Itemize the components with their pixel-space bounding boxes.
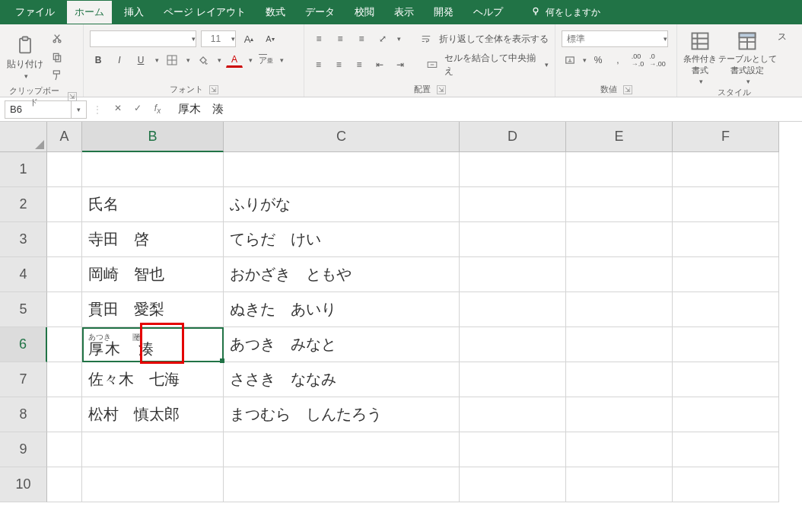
cell-B2[interactable]: 氏名 bbox=[82, 187, 224, 222]
conditional-format-button[interactable]: 条件付き 書式▾ bbox=[683, 30, 717, 85]
cancel-entry-button[interactable]: ✕ bbox=[111, 103, 125, 115]
row-header-3[interactable]: 3 bbox=[0, 222, 47, 257]
cell-A1[interactable] bbox=[47, 152, 82, 187]
cell-D1[interactable] bbox=[460, 152, 566, 187]
merge-center-button[interactable]: セルを結合して中央揃え bbox=[444, 52, 539, 78]
comma-button[interactable]: , bbox=[609, 52, 626, 68]
cell-E4[interactable] bbox=[566, 257, 673, 292]
cell-D9[interactable] bbox=[460, 432, 566, 467]
cell-D3[interactable] bbox=[460, 222, 566, 257]
cell-C9[interactable] bbox=[224, 432, 460, 467]
percent-button[interactable]: % bbox=[590, 52, 606, 68]
insert-function-button[interactable]: fx bbox=[151, 103, 164, 115]
cell-A7[interactable] bbox=[47, 362, 82, 397]
cell-F7[interactable] bbox=[673, 362, 779, 397]
alignment-launcher[interactable]: ⇲ bbox=[437, 85, 446, 94]
clipboard-launcher[interactable]: ⇲ bbox=[68, 92, 77, 101]
cell-E9[interactable] bbox=[566, 432, 673, 467]
cell-E8[interactable] bbox=[566, 397, 673, 432]
cell-C10[interactable] bbox=[224, 467, 460, 502]
copy-button[interactable] bbox=[49, 49, 65, 65]
wrap-text-button[interactable]: 折り返して全体を表示する bbox=[439, 33, 549, 46]
cell-B10[interactable] bbox=[82, 467, 224, 502]
cell-E6[interactable] bbox=[566, 327, 673, 362]
row-header-10[interactable]: 10 bbox=[0, 467, 47, 502]
tab-insert[interactable]: 挿入 bbox=[116, 1, 151, 24]
increase-decimal-button[interactable]: .00→.0 bbox=[629, 52, 646, 68]
cell-C4[interactable]: おかざき ともや bbox=[224, 257, 460, 292]
tab-developer[interactable]: 開発 bbox=[426, 1, 461, 24]
row-header-4[interactable]: 4 bbox=[0, 257, 47, 292]
tab-view[interactable]: 表示 bbox=[387, 1, 422, 24]
cell-C2[interactable]: ふりがな bbox=[224, 187, 460, 222]
decrease-font-button[interactable]: A▾ bbox=[262, 30, 278, 47]
tab-formulas[interactable]: 数式 bbox=[258, 1, 293, 24]
cell-A2[interactable] bbox=[47, 187, 82, 222]
underline-button[interactable]: U bbox=[132, 52, 149, 68]
cell-D6[interactable] bbox=[460, 327, 566, 362]
cell-C1[interactable] bbox=[224, 152, 460, 187]
decrease-indent-button[interactable]: ⇤ bbox=[371, 56, 387, 73]
cell-A9[interactable] bbox=[47, 432, 82, 467]
cell-C8[interactable]: まつむら しんたろう bbox=[224, 397, 460, 432]
row-header-8[interactable]: 8 bbox=[0, 397, 47, 432]
cell-A10[interactable] bbox=[47, 467, 82, 502]
border-button[interactable] bbox=[164, 52, 180, 68]
cell-B1[interactable] bbox=[82, 152, 224, 187]
fill-color-button[interactable] bbox=[195, 52, 212, 68]
cell-A5[interactable] bbox=[47, 292, 82, 327]
format-as-table-button[interactable]: テーブルとして 書式設定▾ bbox=[721, 30, 773, 85]
cell-F3[interactable] bbox=[673, 222, 779, 257]
cell-A3[interactable] bbox=[47, 222, 82, 257]
cell-C7[interactable]: ささき ななみ bbox=[224, 362, 460, 397]
col-header-D[interactable]: D bbox=[460, 122, 566, 152]
row-header-9[interactable]: 9 bbox=[0, 432, 47, 467]
cell-E7[interactable] bbox=[566, 362, 673, 397]
italic-button[interactable]: I bbox=[111, 52, 128, 68]
col-header-C[interactable]: C bbox=[224, 122, 460, 152]
tab-page-layout[interactable]: ページ レイアウト bbox=[156, 1, 253, 24]
font-color-button[interactable]: A bbox=[226, 53, 243, 68]
cell-F9[interactable] bbox=[673, 432, 779, 467]
row-header-2[interactable]: 2 bbox=[0, 187, 47, 222]
decrease-decimal-button[interactable]: .0→.00 bbox=[649, 52, 666, 68]
font-size-combo[interactable]: 11▾ bbox=[201, 30, 236, 47]
cell-C6[interactable]: あつき みなと bbox=[224, 327, 460, 362]
cell-B7[interactable]: 佐々木 七海 bbox=[82, 362, 224, 397]
number-format-combo[interactable]: 標準▾ bbox=[562, 30, 668, 47]
font-name-combo[interactable]: ▾ bbox=[90, 30, 196, 47]
align-middle-button[interactable]: ≡ bbox=[332, 30, 348, 47]
bold-button[interactable]: B bbox=[90, 52, 107, 68]
cell-B3[interactable]: 寺田 啓 bbox=[82, 222, 224, 257]
accounting-format-button[interactable] bbox=[562, 52, 578, 68]
col-header-A[interactable]: A bbox=[47, 122, 82, 152]
cell-E2[interactable] bbox=[566, 187, 673, 222]
cell-D4[interactable] bbox=[460, 257, 566, 292]
increase-font-button[interactable]: A▴ bbox=[240, 30, 257, 47]
cell-C5[interactable]: ぬきた あいり bbox=[224, 292, 460, 327]
cell-A8[interactable] bbox=[47, 397, 82, 432]
increase-indent-button[interactable]: ⇥ bbox=[392, 56, 408, 73]
format-painter-button[interactable] bbox=[49, 67, 65, 84]
cell-F4[interactable] bbox=[673, 257, 779, 292]
tab-review[interactable]: 校閲 bbox=[347, 1, 382, 24]
select-all-triangle[interactable] bbox=[0, 122, 47, 152]
align-top-button[interactable]: ≡ bbox=[310, 30, 327, 47]
row-header-1[interactable]: 1 bbox=[0, 152, 47, 187]
cell-A4[interactable] bbox=[47, 257, 82, 292]
cell-F5[interactable] bbox=[673, 292, 779, 327]
cell-B6[interactable]: あつきそ 厚木 湊 bbox=[82, 327, 224, 362]
tab-data[interactable]: データ bbox=[298, 1, 342, 24]
number-launcher[interactable]: ⇲ bbox=[623, 85, 632, 94]
font-launcher[interactable]: ⇲ bbox=[209, 85, 218, 94]
cell-F1[interactable] bbox=[673, 152, 779, 187]
align-center-button[interactable]: ≡ bbox=[331, 56, 347, 73]
cell-D5[interactable] bbox=[460, 292, 566, 327]
col-header-E[interactable]: E bbox=[566, 122, 673, 152]
cell-F2[interactable] bbox=[673, 187, 779, 222]
cell-B4[interactable]: 岡崎 智也 bbox=[82, 257, 224, 292]
cell-A6[interactable] bbox=[47, 327, 82, 362]
orientation-button[interactable]: ⤢ bbox=[374, 30, 391, 47]
paste-button[interactable]: 貼り付け ▾ bbox=[6, 35, 44, 80]
cell-B9[interactable] bbox=[82, 432, 224, 467]
